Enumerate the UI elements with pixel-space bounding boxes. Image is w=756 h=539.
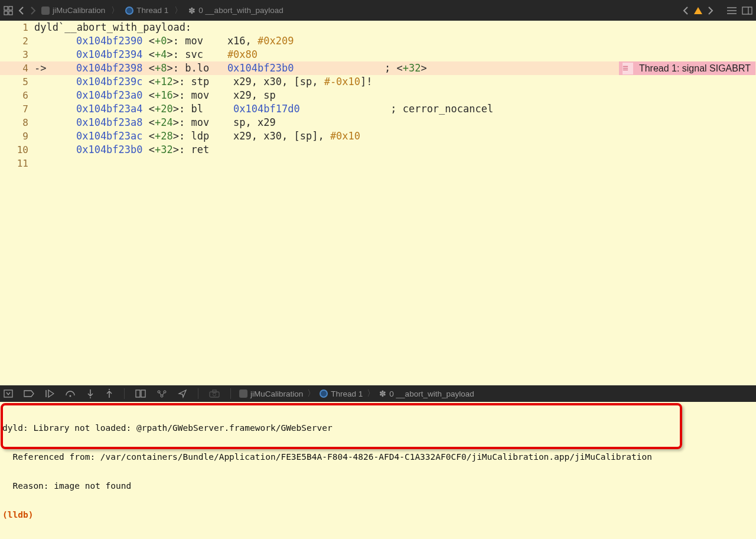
outline-icon[interactable] — [726, 7, 737, 15]
console-line: Referenced from: /var/containers/Bundle/… — [0, 452, 756, 462]
camera-icon[interactable] — [209, 389, 220, 398]
asm-line: 6 0x104bf23a0 <+16>: mov x29, sp — [0, 89, 756, 102]
svg-point-11 — [70, 395, 71, 397]
asm-code: 0x104bf2390 <+0>: mov x16, #0x209 — [52, 34, 756, 48]
crumb-sep: 〉 — [110, 5, 120, 16]
crumb-thread[interactable]: Thread 1 — [125, 6, 168, 15]
svg-point-13 — [90, 397, 91, 398]
thread-icon — [320, 389, 328, 398]
crumb-label: 0 __abort_with_payload — [389, 389, 474, 398]
gutter: 2 — [0, 34, 34, 48]
svg-point-25 — [213, 393, 216, 396]
asm-code: 0x104bf2394 <+4>: svc #0x80 — [52, 48, 756, 61]
gutter: 9 — [0, 129, 34, 143]
asm-code: dyld`__abort_with_payload: — [34, 21, 756, 34]
separator — [124, 388, 125, 399]
svg-line-21 — [159, 392, 161, 395]
thread-icon — [125, 7, 133, 15]
console-line: dyld: Library not loaded: @rpath/GWebSer… — [0, 423, 756, 433]
crumb-sep: 〉 — [366, 388, 376, 399]
gutter: 1 — [0, 21, 34, 34]
asm-line: 7 0x104bf23a4 <+20>: bl 0x104bf17d0 ; ce… — [0, 102, 756, 116]
asm-line: 5 0x104bf239c <+12>: stp x29, x30, [sp, … — [0, 75, 756, 89]
crumb-label: Thread 1 — [331, 389, 363, 398]
asm-line: 9 0x104bf23ac <+28>: ldp x29, x30, [sp],… — [0, 129, 756, 143]
warning-icon[interactable] — [694, 7, 702, 14]
lldb-prompt: (lldb) — [2, 510, 38, 519]
step-over-icon[interactable] — [65, 389, 76, 398]
error-text: Thread 1: signal SIGABRT — [639, 63, 751, 74]
svg-line-22 — [162, 392, 164, 395]
forward-icon[interactable] — [30, 7, 37, 15]
frame-icon: ✽ — [188, 6, 195, 15]
gutter: 8 — [0, 116, 34, 129]
hide-debug-area-icon[interactable] — [4, 389, 13, 398]
asm-code: 0x104bf23a4 <+20>: bl 0x104bf17d0 ; cerr… — [52, 102, 756, 116]
crumb-frame[interactable]: ✽ 0 __abort_with_payload — [188, 6, 283, 15]
svg-rect-3 — [9, 11, 12, 15]
location-icon[interactable] — [178, 389, 187, 398]
svg-rect-17 — [141, 390, 145, 397]
frame-icon: ✽ — [379, 389, 386, 398]
memory-graph-icon[interactable] — [157, 389, 167, 398]
dbg-crumb-frame[interactable]: ✽0 __abort_with_payload — [379, 389, 474, 398]
error-details-icon[interactable]: ≡ — [623, 63, 633, 74]
issue-back-icon[interactable] — [683, 7, 689, 15]
asm-code: 0x104bf23b0 <+32>: ret — [52, 143, 756, 157]
breakpoints-icon[interactable] — [24, 390, 34, 397]
separator — [230, 388, 231, 399]
app-icon — [41, 7, 50, 15]
asm-line: 2 0x104bf2390 <+0>: mov x16, #0x209 — [0, 34, 756, 48]
separator — [198, 388, 198, 399]
crumb-app[interactable]: jiMuCalibration — [41, 6, 105, 15]
crumb-label: 0 __abort_with_payload — [198, 6, 283, 15]
back-icon[interactable] — [18, 7, 25, 15]
svg-rect-16 — [136, 390, 140, 397]
continue-icon[interactable] — [45, 389, 54, 398]
pc-arrow: -> — [34, 61, 52, 75]
app-icon — [239, 389, 247, 398]
debug-bar: jiMuCalibration 〉 Thread 1 〉 ✽0 __abort_… — [0, 385, 756, 402]
dbg-crumb-thread[interactable]: Thread 1 — [320, 389, 363, 398]
asm-code: 0x104bf23ac <+28>: ldp x29, x30, [sp], #… — [52, 129, 756, 143]
issue-forward-icon[interactable] — [707, 7, 713, 15]
crumb-label: jiMuCalibration — [53, 6, 105, 15]
crumb-sep: 〉 — [173, 5, 184, 16]
jump-bar: jiMuCalibration 〉 Thread 1 〉 ✽ 0 __abort… — [0, 0, 756, 21]
disassembly-view: 1dyld`__abort_with_payload:2 0x104bf2390… — [0, 21, 756, 385]
asm-line: 1dyld`__abort_with_payload: — [0, 21, 756, 34]
step-into-icon[interactable] — [86, 389, 94, 398]
asm-line: 11 — [0, 157, 756, 170]
svg-rect-7 — [742, 7, 752, 14]
asm-code: 0x104bf23a0 <+16>: mov x29, sp — [52, 89, 756, 102]
asm-line: 10 0x104bf23b0 <+32>: ret — [0, 143, 756, 157]
svg-rect-1 — [9, 7, 12, 10]
console-line: Reason: image not found — [0, 481, 756, 491]
view-debugger-icon[interactable] — [135, 389, 146, 398]
assistant-editor-icon[interactable] — [742, 7, 752, 15]
asm-line: 3 0x104bf2394 <+4>: svc #0x80 — [0, 48, 756, 61]
asm-code: 0x104bf239c <+12>: stp x29, x30, [sp, #-… — [52, 75, 756, 89]
lldb-console[interactable]: dyld: Library not loaded: @rpath/GWebSer… — [0, 402, 756, 539]
svg-point-15 — [109, 389, 110, 390]
crumb-label: Thread 1 — [136, 6, 168, 15]
gutter: 7 — [0, 102, 34, 116]
svg-rect-9 — [4, 390, 12, 397]
dbg-crumb-app[interactable]: jiMuCalibration — [239, 389, 303, 398]
svg-rect-0 — [4, 7, 8, 10]
svg-rect-2 — [4, 11, 8, 15]
gutter: 6 — [0, 89, 34, 102]
gutter: 4 — [0, 61, 34, 75]
asm-code: 0x104bf23a8 <+24>: mov sp, x29 — [52, 116, 756, 129]
step-out-icon[interactable] — [105, 389, 113, 398]
runtime-error-badge[interactable]: ≡ Thread 1: signal SIGABRT — [619, 61, 755, 75]
asm-line: 8 0x104bf23a8 <+24>: mov sp, x29 — [0, 116, 756, 129]
svg-rect-24 — [213, 390, 216, 392]
gutter: 5 — [0, 75, 34, 89]
related-items-icon[interactable] — [4, 6, 13, 15]
gutter: 10 — [0, 143, 34, 157]
crumb-label: jiMuCalibration — [250, 389, 303, 398]
gutter: 11 — [0, 157, 34, 170]
crumb-sep: 〉 — [306, 388, 317, 399]
gutter: 3 — [0, 48, 34, 61]
